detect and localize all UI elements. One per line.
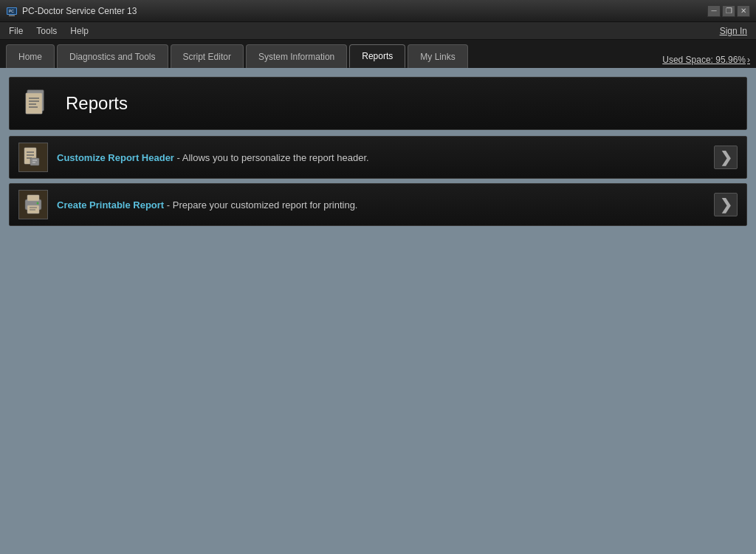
printable-text: Create Printable Report - Prepare your c…: [57, 199, 705, 211]
svg-text:PC: PC: [9, 9, 14, 13]
menu-tools[interactable]: Tools: [30, 22, 63, 39]
customize-report-header-row[interactable]: Customize Report Header - Allows you to …: [9, 136, 747, 179]
minimize-button[interactable]: ─: [707, 5, 721, 17]
tab-system-information[interactable]: System Information: [246, 44, 347, 68]
nav-area: Home Diagnostics and Tools Script Editor…: [0, 40, 756, 68]
printer-icon: [21, 193, 45, 216]
tab-my-links[interactable]: My Links: [408, 44, 467, 68]
tab-reports[interactable]: Reports: [349, 44, 405, 68]
customize-desc: - Allows you to personalize the report h…: [174, 152, 369, 163]
title-bar-left: PC PC-Doctor Service Center 13: [6, 5, 137, 17]
customize-icon: [18, 143, 48, 172]
restore-button[interactable]: ❐: [722, 5, 735, 17]
printable-title: Create Printable Report: [57, 199, 164, 211]
printable-desc: - Prepare your customized report for pri…: [164, 199, 357, 211]
reports-page-title: Reports: [66, 93, 128, 114]
print-icon-container: [18, 190, 48, 219]
window-title: PC-Doctor Service Center 13: [22, 6, 137, 16]
customize-text: Customize Report Header - Allows you to …: [57, 152, 705, 163]
menu-help[interactable]: Help: [64, 22, 94, 39]
app-icon: PC: [6, 5, 18, 17]
reports-header-icon: [21, 87, 54, 120]
reports-header: Reports: [9, 77, 747, 130]
nav-tabs: Home Diagnostics and Tools Script Editor…: [6, 44, 468, 68]
used-space-chevron: ›: [747, 55, 750, 65]
menu-bar: File Tools Help Sign In: [0, 22, 756, 40]
customize-title: Customize Report Header: [57, 152, 174, 163]
sign-in-link[interactable]: Sign In: [714, 24, 753, 38]
used-space-indicator[interactable]: Used Space: 95.96% ›: [662, 55, 750, 68]
tab-diagnostics[interactable]: Diagnostics and Tools: [57, 44, 168, 68]
title-bar-controls: ─ ❐ ✕: [707, 5, 750, 17]
svg-point-24: [37, 202, 39, 205]
svg-rect-16: [30, 158, 39, 165]
create-printable-report-row[interactable]: Create Printable Report - Prepare your c…: [9, 183, 747, 226]
tab-home[interactable]: Home: [6, 44, 55, 68]
used-space-text: Used Space: 95.96%: [662, 55, 746, 65]
close-button[interactable]: ✕: [737, 5, 750, 17]
printable-chevron: ❯: [714, 193, 738, 216]
customize-document-icon: [21, 146, 45, 169]
tab-script-editor[interactable]: Script Editor: [171, 44, 244, 68]
menu-file[interactable]: File: [3, 22, 29, 39]
customize-chevron: ❯: [714, 146, 738, 169]
content-area: Reports Customize Report Header - Allows…: [0, 68, 756, 554]
svg-rect-20: [27, 195, 39, 201]
svg-rect-7: [26, 93, 42, 114]
title-bar: PC PC-Doctor Service Center 13 ─ ❐ ✕: [0, 0, 756, 22]
svg-rect-1: [9, 15, 15, 16]
document-lines-icon: [23, 89, 52, 118]
